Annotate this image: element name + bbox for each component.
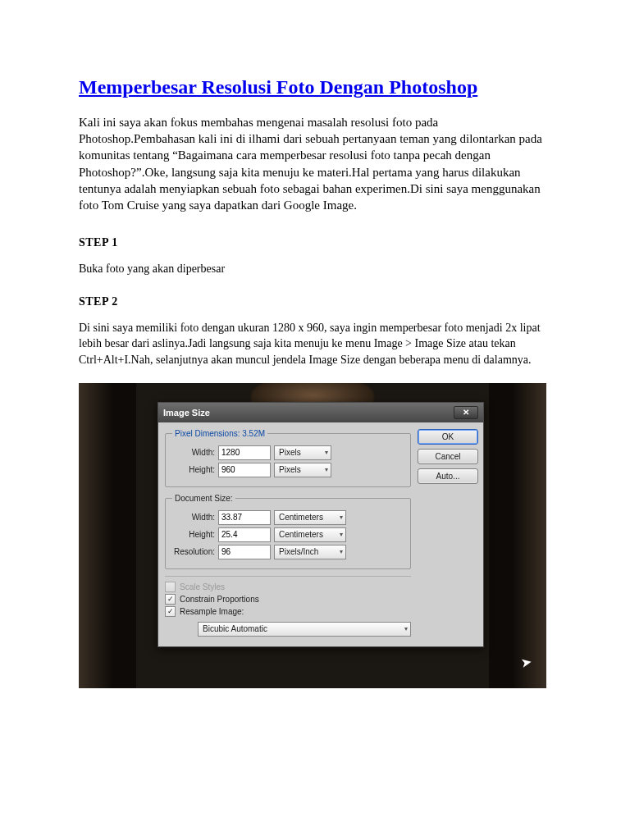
dialog-title: Image Size [163, 408, 210, 418]
auto-button[interactable]: Auto... [418, 468, 478, 484]
constrain-proportions-checkbox[interactable]: ✓ [165, 594, 176, 605]
resample-image-checkbox[interactable]: ✓ [165, 606, 176, 617]
px-width-input[interactable] [218, 445, 271, 460]
doc-height-label: Height: [172, 530, 215, 539]
close-button[interactable]: ✕ [454, 406, 478, 419]
px-width-label: Width: [172, 448, 215, 457]
resolution-unit-select[interactable]: Pixels/Inch▾ [274, 545, 346, 559]
pixel-dimensions-legend: Pixel Dimensions: 3.52M [172, 429, 267, 438]
chevron-down-icon: ▾ [340, 531, 343, 538]
constrain-proportions-label: Constrain Proportions [180, 595, 259, 604]
scale-styles-row: Scale Styles [165, 582, 411, 592]
px-height-unit-select[interactable]: Pixels▾ [274, 463, 331, 477]
chevron-down-icon: ▾ [340, 548, 343, 555]
page-title[interactable]: Memperbesar Resolusi Foto Dengan Photosh… [79, 75, 551, 99]
document-size-legend: Document Size: [172, 494, 235, 503]
doc-height-input[interactable] [218, 527, 271, 542]
resample-method-select[interactable]: Bicubic Automatic▾ [198, 622, 411, 637]
scale-styles-checkbox [165, 582, 176, 592]
resample-image-row[interactable]: ✓ Resample Image: [165, 606, 411, 617]
scale-styles-label: Scale Styles [180, 582, 225, 591]
doc-height-unit-select[interactable]: Centimeters▾ [274, 527, 346, 542]
intro-paragraph: Kali ini saya akan fokus membahas mengen… [79, 114, 551, 214]
chevron-down-icon: ▾ [340, 514, 343, 521]
chevron-down-icon: ▾ [325, 466, 328, 473]
chevron-down-icon: ▾ [404, 625, 408, 632]
screenshot-image-size-dialog: ➤ Image Size ✕ Pixel Dimensions: 3.52M W… [79, 383, 546, 688]
image-size-dialog: Image Size ✕ Pixel Dimensions: 3.52M Wid… [158, 402, 484, 647]
doc-width-unit-select[interactable]: Centimeters▾ [274, 510, 346, 525]
resolution-label: Resolution: [172, 547, 215, 556]
step2-body: Di sini saya memiliki foto dengan ukuran… [79, 320, 551, 368]
doc-width-label: Width: [172, 513, 215, 522]
pixel-dimensions-group: Pixel Dimensions: 3.52M Width: Pixels▾ H… [165, 429, 411, 487]
px-width-unit-select[interactable]: Pixels▾ [274, 445, 331, 460]
step2-heading: STEP 2 [79, 295, 551, 308]
resolution-input[interactable] [218, 545, 271, 559]
divider [165, 576, 411, 577]
step1-body: Buka foto yang akan diperbesar [79, 261, 551, 277]
step1-heading: STEP 1 [79, 236, 551, 249]
px-height-input[interactable] [218, 463, 271, 477]
doc-width-input[interactable] [218, 510, 271, 525]
chevron-down-icon: ▾ [325, 449, 328, 456]
constrain-proportions-row[interactable]: ✓ Constrain Proportions [165, 594, 411, 605]
px-height-label: Height: [172, 465, 215, 474]
cancel-button[interactable]: Cancel [418, 449, 478, 464]
ok-button[interactable]: OK [418, 429, 478, 445]
resample-image-label: Resample Image: [180, 607, 244, 616]
document-size-group: Document Size: Width: Centimeters▾ Heigh… [165, 494, 411, 569]
